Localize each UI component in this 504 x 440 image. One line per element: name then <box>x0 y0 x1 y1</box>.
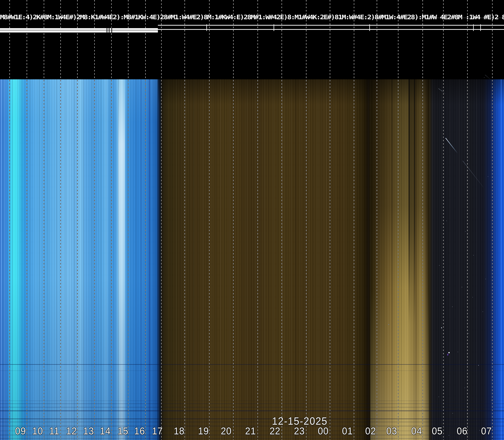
hour-label-03: 03 <box>386 425 397 437</box>
star-dot <box>465 388 465 388</box>
star-purple-tail <box>447 354 448 356</box>
star-dot <box>446 220 447 221</box>
hour-label-09: 09 <box>15 425 26 437</box>
keogram-image <box>0 79 504 440</box>
hour-label-21: 21 <box>245 425 256 437</box>
star-dot <box>452 307 453 307</box>
hour-label-18: 18 <box>174 425 185 437</box>
star-dot <box>473 297 473 297</box>
cloud-band-line <box>0 401 504 401</box>
night-line-tick <box>274 24 274 31</box>
star-dot <box>465 231 466 232</box>
hour-label-01: 01 <box>342 425 353 437</box>
vertical-streak <box>149 79 150 440</box>
hour-label-11: 11 <box>49 425 59 437</box>
night-line-tick <box>369 24 370 31</box>
hour-label-07: 07 <box>481 425 492 437</box>
night-line-tick <box>206 24 207 31</box>
star-dot <box>448 352 450 353</box>
star-dot <box>445 137 446 138</box>
star-dot <box>473 255 474 255</box>
vertical-streak <box>167 79 167 440</box>
hour-label-04: 04 <box>411 425 422 437</box>
star-dot <box>441 327 442 328</box>
hour-label-17: 17 <box>152 425 163 437</box>
hour-label-14: 14 <box>100 425 111 437</box>
cloud-band-line <box>0 371 504 371</box>
bright-noon-stripe <box>118 79 125 440</box>
cloud-band-line <box>0 422 504 422</box>
night-indicator-line-upper <box>158 25 504 26</box>
star-dot <box>483 312 483 312</box>
vertical-streak <box>193 79 194 440</box>
hour-label-05: 05 <box>432 425 443 437</box>
night-indicator-line-lower <box>158 29 504 30</box>
hour-label-13: 13 <box>83 425 94 437</box>
star-dot <box>478 365 479 366</box>
cloud-band-line <box>0 403 504 404</box>
keogram-screenshot: M8#W1E:4)2K#8M:1W4E#)2M8:K1#W4E2):M8#1KW… <box>0 0 504 440</box>
hour-label-15: 15 <box>118 425 129 437</box>
vertical-streak <box>392 79 392 440</box>
date-label: 12-15-2025 <box>272 415 328 427</box>
hour-label-16: 16 <box>134 425 145 437</box>
hour-label-12: 12 <box>66 425 77 437</box>
day-bar-tick <box>109 28 110 33</box>
cloud-band-line <box>0 419 504 419</box>
night-line-tick <box>473 24 474 31</box>
timestamp-noise-text: M8#W1E:4)2K#8M:1W4E#)2M8:K1#W4E2):M8#1KW… <box>0 14 504 20</box>
vertical-streak <box>408 79 410 440</box>
star-dot <box>468 333 469 334</box>
hour-label-02: 02 <box>365 425 376 437</box>
hour-label-20: 20 <box>221 425 232 437</box>
star-dot <box>491 400 492 400</box>
night-line-tick <box>480 24 481 31</box>
star-dot <box>458 352 458 352</box>
star-dot <box>449 435 449 436</box>
daylight-indicator-bar-stripe <box>0 30 158 31</box>
cloud-band-line <box>0 411 504 411</box>
hour-label-06: 06 <box>457 425 468 437</box>
vertical-streak <box>414 79 415 440</box>
star-dot <box>484 77 484 78</box>
star-dot <box>488 176 488 177</box>
day-bar-tick <box>111 28 112 33</box>
star-dot <box>439 265 440 266</box>
vertical-streak <box>411 79 413 440</box>
star-dot <box>486 279 486 279</box>
vertical-streak <box>141 79 142 440</box>
vertical-streak <box>296 79 296 440</box>
star-dot <box>389 324 389 325</box>
day-depth-overlay <box>0 79 158 440</box>
day-bar-tick <box>107 28 107 33</box>
night-top-fade <box>158 79 504 440</box>
star-dot <box>462 287 462 287</box>
star-dot <box>479 430 480 431</box>
star-dot <box>452 413 453 413</box>
daylight-indicator-bar <box>0 28 158 32</box>
vertical-streak <box>501 79 502 440</box>
cloud-band-line <box>0 438 504 439</box>
cloud-band-line <box>0 364 504 365</box>
hour-label-19: 19 <box>198 425 209 437</box>
star-dot <box>439 397 439 397</box>
cloud-band-line <box>0 407 504 407</box>
hour-label-10: 10 <box>32 425 43 437</box>
